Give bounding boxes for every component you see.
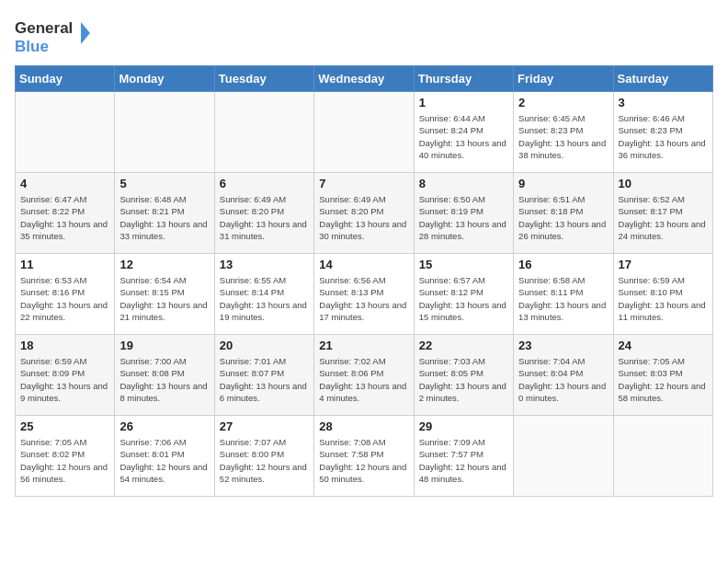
day-number: 3: [619, 96, 708, 109]
calendar-day-cell: 15Sunrise: 6:57 AM Sunset: 8:12 PM Dayli…: [414, 254, 513, 335]
day-info: Sunrise: 6:49 AM Sunset: 8:20 PM Dayligh…: [319, 193, 408, 242]
day-number: 13: [220, 258, 309, 271]
calendar-table: SundayMondayTuesdayWednesdayThursdayFrid…: [15, 65, 713, 497]
calendar-week-row: 4Sunrise: 6:47 AM Sunset: 8:22 PM Daylig…: [16, 173, 713, 254]
calendar-day-cell: [613, 416, 712, 497]
header: GeneralBlue: [15, 15, 713, 56]
calendar-day-cell: 16Sunrise: 6:58 AM Sunset: 8:11 PM Dayli…: [514, 254, 613, 335]
day-number: 26: [119, 419, 209, 433]
day-info: Sunrise: 7:05 AM Sunset: 8:02 PM Dayligh…: [20, 436, 109, 485]
logo-svg: GeneralBlue: [15, 15, 97, 56]
day-number: 5: [119, 177, 209, 190]
calendar-day-cell: [314, 92, 414, 173]
calendar-day-cell: 21Sunrise: 7:02 AM Sunset: 8:06 PM Dayli…: [314, 335, 414, 416]
calendar-day-cell: 1Sunrise: 6:44 AM Sunset: 8:24 PM Daylig…: [414, 92, 513, 173]
calendar-day-cell: 2Sunrise: 6:45 AM Sunset: 8:23 PM Daylig…: [514, 92, 613, 173]
day-number: 21: [319, 339, 408, 352]
svg-marker-2: [81, 22, 90, 44]
day-info: Sunrise: 6:47 AM Sunset: 8:22 PM Dayligh…: [20, 193, 109, 242]
day-info: Sunrise: 7:08 AM Sunset: 7:58 PM Dayligh…: [319, 436, 408, 485]
svg-text:Blue: Blue: [15, 38, 49, 55]
day-info: Sunrise: 6:57 AM Sunset: 8:12 PM Dayligh…: [419, 274, 508, 323]
day-number: 4: [20, 177, 109, 190]
weekday-header-tuesday: Tuesday: [214, 66, 313, 92]
day-number: 23: [518, 339, 608, 352]
day-number: 18: [20, 339, 109, 352]
day-number: 16: [518, 258, 608, 271]
weekday-header-monday: Monday: [115, 66, 214, 92]
calendar-day-cell: [214, 92, 313, 173]
day-number: 22: [419, 339, 508, 352]
day-number: 1: [419, 96, 508, 109]
calendar-day-cell: 9Sunrise: 6:51 AM Sunset: 8:18 PM Daylig…: [514, 173, 613, 254]
day-info: Sunrise: 6:49 AM Sunset: 8:20 PM Dayligh…: [220, 193, 309, 242]
day-info: Sunrise: 6:50 AM Sunset: 8:19 PM Dayligh…: [419, 193, 508, 242]
day-info: Sunrise: 7:05 AM Sunset: 8:03 PM Dayligh…: [619, 355, 708, 404]
day-number: 6: [220, 177, 309, 190]
day-info: Sunrise: 6:58 AM Sunset: 8:11 PM Dayligh…: [518, 274, 608, 323]
calendar-day-cell: 3Sunrise: 6:46 AM Sunset: 8:23 PM Daylig…: [613, 92, 712, 173]
day-info: Sunrise: 6:51 AM Sunset: 8:18 PM Dayligh…: [518, 193, 608, 242]
day-number: 20: [220, 339, 309, 352]
weekday-header-friday: Friday: [514, 66, 613, 92]
calendar-day-cell: 22Sunrise: 7:03 AM Sunset: 8:05 PM Dayli…: [414, 335, 513, 416]
day-number: 27: [220, 419, 309, 433]
calendar-day-cell: 13Sunrise: 6:55 AM Sunset: 8:14 PM Dayli…: [214, 254, 313, 335]
day-number: 19: [119, 339, 209, 352]
day-info: Sunrise: 6:52 AM Sunset: 8:17 PM Dayligh…: [619, 193, 708, 242]
calendar-day-cell: 10Sunrise: 6:52 AM Sunset: 8:17 PM Dayli…: [613, 173, 712, 254]
weekday-header-saturday: Saturday: [613, 66, 712, 92]
day-info: Sunrise: 6:53 AM Sunset: 8:16 PM Dayligh…: [20, 274, 109, 323]
day-info: Sunrise: 6:59 AM Sunset: 8:10 PM Dayligh…: [619, 274, 708, 323]
weekday-header-row: SundayMondayTuesdayWednesdayThursdayFrid…: [16, 66, 713, 92]
day-number: 11: [20, 258, 109, 271]
day-info: Sunrise: 6:44 AM Sunset: 8:24 PM Dayligh…: [419, 112, 508, 161]
calendar-week-row: 18Sunrise: 6:59 AM Sunset: 8:09 PM Dayli…: [16, 335, 713, 416]
day-number: 15: [419, 258, 508, 271]
day-info: Sunrise: 6:56 AM Sunset: 8:13 PM Dayligh…: [319, 274, 408, 323]
calendar-day-cell: 8Sunrise: 6:50 AM Sunset: 8:19 PM Daylig…: [414, 173, 513, 254]
day-info: Sunrise: 7:06 AM Sunset: 8:01 PM Dayligh…: [119, 436, 209, 485]
day-info: Sunrise: 7:03 AM Sunset: 8:05 PM Dayligh…: [419, 355, 508, 404]
calendar-day-cell: 12Sunrise: 6:54 AM Sunset: 8:15 PM Dayli…: [115, 254, 214, 335]
calendar-day-cell: 7Sunrise: 6:49 AM Sunset: 8:20 PM Daylig…: [314, 173, 414, 254]
day-number: 14: [319, 258, 408, 271]
weekday-header-wednesday: Wednesday: [314, 66, 414, 92]
day-info: Sunrise: 7:09 AM Sunset: 7:57 PM Dayligh…: [419, 436, 508, 485]
calendar-week-row: 11Sunrise: 6:53 AM Sunset: 8:16 PM Dayli…: [16, 254, 713, 335]
day-number: 28: [319, 419, 408, 433]
calendar-day-cell: 19Sunrise: 7:00 AM Sunset: 8:08 PM Dayli…: [115, 335, 214, 416]
calendar-day-cell: 20Sunrise: 7:01 AM Sunset: 8:07 PM Dayli…: [214, 335, 313, 416]
calendar-week-row: 25Sunrise: 7:05 AM Sunset: 8:02 PM Dayli…: [16, 416, 713, 497]
calendar-day-cell: 17Sunrise: 6:59 AM Sunset: 8:10 PM Dayli…: [613, 254, 712, 335]
day-info: Sunrise: 6:59 AM Sunset: 8:09 PM Dayligh…: [20, 355, 109, 404]
day-info: Sunrise: 7:04 AM Sunset: 8:04 PM Dayligh…: [518, 355, 608, 404]
calendar-day-cell: 24Sunrise: 7:05 AM Sunset: 8:03 PM Dayli…: [613, 335, 712, 416]
day-info: Sunrise: 7:00 AM Sunset: 8:08 PM Dayligh…: [119, 355, 209, 404]
day-number: 2: [518, 96, 608, 109]
calendar-day-cell: [16, 92, 115, 173]
weekday-header-thursday: Thursday: [414, 66, 513, 92]
calendar-day-cell: 11Sunrise: 6:53 AM Sunset: 8:16 PM Dayli…: [16, 254, 115, 335]
calendar-day-cell: 26Sunrise: 7:06 AM Sunset: 8:01 PM Dayli…: [115, 416, 214, 497]
calendar-day-cell: 4Sunrise: 6:47 AM Sunset: 8:22 PM Daylig…: [16, 173, 115, 254]
calendar-day-cell: 25Sunrise: 7:05 AM Sunset: 8:02 PM Dayli…: [16, 416, 115, 497]
calendar-day-cell: 6Sunrise: 6:49 AM Sunset: 8:20 PM Daylig…: [214, 173, 313, 254]
day-info: Sunrise: 6:55 AM Sunset: 8:14 PM Dayligh…: [220, 274, 309, 323]
day-number: 25: [20, 419, 109, 433]
calendar-day-cell: 23Sunrise: 7:04 AM Sunset: 8:04 PM Dayli…: [514, 335, 613, 416]
svg-text:General: General: [15, 19, 73, 37]
day-info: Sunrise: 6:45 AM Sunset: 8:23 PM Dayligh…: [518, 112, 608, 161]
logo: GeneralBlue: [15, 15, 97, 56]
calendar-day-cell: 28Sunrise: 7:08 AM Sunset: 7:58 PM Dayli…: [314, 416, 414, 497]
day-info: Sunrise: 6:46 AM Sunset: 8:23 PM Dayligh…: [619, 112, 708, 161]
weekday-header-sunday: Sunday: [16, 66, 115, 92]
calendar-day-cell: 18Sunrise: 6:59 AM Sunset: 8:09 PM Dayli…: [16, 335, 115, 416]
day-number: 29: [419, 419, 508, 433]
day-info: Sunrise: 6:54 AM Sunset: 8:15 PM Dayligh…: [119, 274, 209, 323]
day-number: 17: [619, 258, 708, 271]
day-number: 9: [518, 177, 608, 190]
day-number: 8: [419, 177, 508, 190]
day-info: Sunrise: 7:01 AM Sunset: 8:07 PM Dayligh…: [220, 355, 309, 404]
day-info: Sunrise: 6:48 AM Sunset: 8:21 PM Dayligh…: [119, 193, 209, 242]
